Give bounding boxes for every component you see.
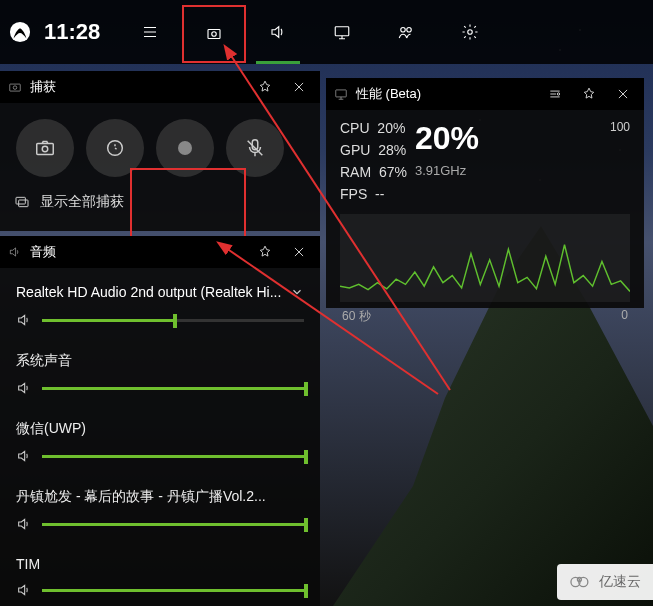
close-button[interactable] [286, 239, 312, 265]
svg-rect-1 [208, 29, 220, 38]
svg-rect-3 [336, 27, 350, 36]
performance-button[interactable] [310, 0, 374, 64]
mixer-volume-slider[interactable] [16, 374, 304, 406]
speaker-icon [8, 245, 22, 259]
output-device-select[interactable]: Realtek HD Audio 2nd output (Realtek Hi.… [16, 278, 304, 306]
perf-xlabel: 60 秒 [342, 308, 371, 325]
game-bar: 11:28 [0, 0, 653, 64]
svg-rect-14 [19, 200, 28, 207]
settings-button[interactable] [438, 0, 502, 64]
speaker-icon [16, 312, 32, 328]
svg-rect-9 [37, 143, 54, 154]
capture-header: 捕获 [0, 71, 320, 103]
svg-point-8 [13, 86, 17, 90]
mixer-app-label: TIM [16, 542, 304, 576]
widgets-menu-button[interactable] [118, 0, 182, 64]
performance-panel: 性能 (Beta) CPU 20% GPU 28% RAM 67% FPS --… [326, 78, 644, 308]
speaker-icon [16, 380, 32, 396]
close-button[interactable] [286, 74, 312, 100]
show-all-captures[interactable]: 显示全部捕获 [0, 193, 320, 223]
audio-panel: 音频 Realtek HD Audio 2nd output (Realtek … [0, 236, 320, 606]
xbox-logo[interactable] [0, 21, 40, 43]
audio-title: 音频 [30, 243, 56, 261]
capture-title: 捕获 [30, 78, 56, 96]
clock: 11:28 [44, 19, 100, 45]
perf-freq: 3.91GHz [415, 163, 630, 178]
master-volume-slider[interactable] [16, 306, 304, 338]
svg-rect-7 [10, 84, 21, 91]
capture-button[interactable] [182, 5, 246, 63]
xbox-social-button[interactable] [374, 0, 438, 64]
speaker-icon [16, 582, 32, 598]
monitor-icon [334, 87, 348, 101]
pin-button[interactable] [252, 74, 278, 100]
svg-point-4 [401, 28, 406, 33]
mixer-app-label: 微信(UWP) [16, 406, 304, 442]
svg-point-5 [407, 28, 412, 33]
perf-ymin: 0 [621, 308, 628, 325]
mixer-volume-slider[interactable] [16, 576, 304, 603]
audio-button[interactable] [246, 0, 310, 64]
perf-header: 性能 (Beta) [326, 78, 644, 110]
perf-ymax: 100 [610, 120, 630, 134]
perf-options-button[interactable] [542, 81, 568, 107]
perf-metrics: CPU 20% GPU 28% RAM 67% FPS -- [340, 120, 407, 202]
svg-rect-13 [16, 197, 25, 204]
speaker-icon [16, 448, 32, 464]
mic-toggle-button[interactable] [226, 119, 284, 177]
svg-point-16 [557, 93, 559, 95]
svg-point-2 [212, 31, 217, 36]
svg-point-10 [42, 146, 48, 152]
mixer-volume-slider[interactable] [16, 442, 304, 474]
perf-big-value: 20% [415, 120, 630, 157]
pin-button[interactable] [252, 239, 278, 265]
mixer-app-label: 系统声音 [16, 338, 304, 374]
svg-point-6 [468, 30, 473, 35]
watermark: 亿速云 [557, 564, 653, 600]
camera-icon [8, 80, 22, 94]
capture-panel: 捕获 显示全部捕获 [0, 71, 320, 231]
speaker-icon [16, 516, 32, 532]
chevron-down-icon [290, 285, 304, 299]
close-button[interactable] [610, 81, 636, 107]
mixer-app-label: 丹镇尬发 - 幕后的故事 - 丹镇广播Vol.2... [16, 474, 304, 510]
audio-header: 音频 [0, 236, 320, 268]
perf-graph [340, 214, 630, 302]
record-button[interactable] [156, 119, 214, 177]
mixer-volume-slider[interactable] [16, 510, 304, 542]
screenshot-button[interactable] [16, 119, 74, 177]
pin-button[interactable] [576, 81, 602, 107]
svg-rect-15 [336, 90, 347, 97]
record-last-button[interactable] [86, 119, 144, 177]
perf-title: 性能 (Beta) [356, 85, 421, 103]
